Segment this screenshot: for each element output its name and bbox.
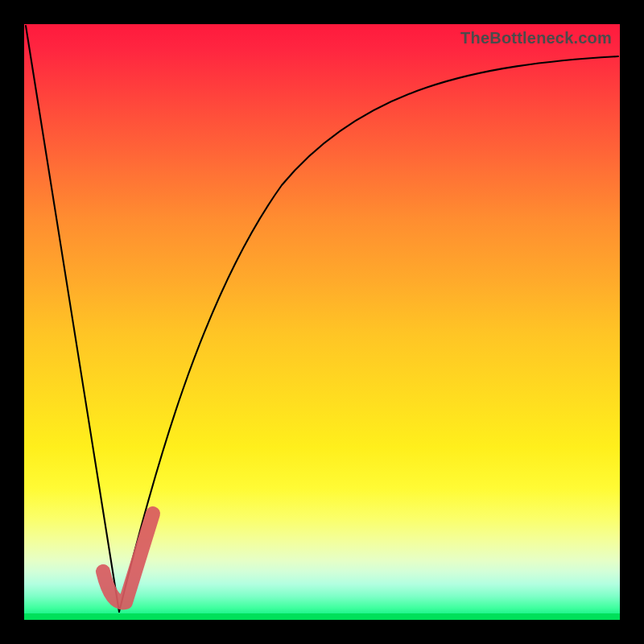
chart-frame: TheBottleneck.com	[0, 0, 644, 644]
bottleneck-curve-right	[119, 56, 618, 612]
curves-layer	[24, 24, 620, 620]
watermark-text: TheBottleneck.com	[460, 29, 612, 47]
bottleneck-curve-left	[26, 26, 119, 612]
plot-area: TheBottleneck.com	[24, 24, 620, 620]
